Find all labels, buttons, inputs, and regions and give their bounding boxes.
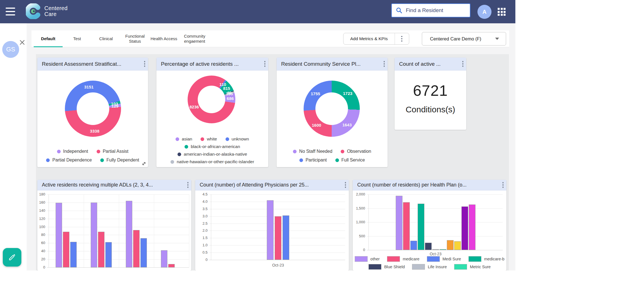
legend-swatch-icon (387, 256, 400, 262)
legend-swatch-icon (468, 256, 481, 262)
card-adls-chart: Active residents receiving multiple ADLs… (37, 180, 191, 270)
card-menu-kebab-icon[interactable] (345, 182, 346, 188)
donut-slice-label: 1643 (342, 122, 352, 127)
bar[interactable] (283, 215, 289, 260)
bar[interactable] (168, 264, 175, 267)
legend-item[interactable]: Full Service (335, 158, 365, 163)
bar[interactable] (396, 196, 402, 250)
tab-clinical[interactable]: Clinical (92, 30, 120, 47)
y-tick-label: 1,000 (353, 220, 365, 224)
resize-handle-icon[interactable] (142, 161, 146, 166)
tab-functional-status[interactable]: Functional Status (120, 30, 149, 47)
x-gridline (189, 194, 189, 267)
legend-label: Partial Assist (103, 149, 129, 154)
donut-chart[interactable]: 31511031293338 (65, 81, 121, 137)
donut-slice-label: 815 (223, 86, 230, 91)
y-tick-label: 4.0 (195, 199, 208, 204)
legend-dot-icon (46, 158, 50, 162)
legend-item[interactable]: Fully Dependent (100, 158, 139, 163)
bar[interactable] (70, 242, 77, 267)
tab-default[interactable]: Default (34, 30, 63, 47)
bar[interactable] (461, 206, 468, 250)
donut-chart[interactable]: 1723164316001755 (304, 81, 360, 137)
pencil-icon (8, 253, 16, 261)
legend-item[interactable]: unknown (226, 137, 249, 142)
bar[interactable] (267, 200, 274, 260)
chart-legend: IndependentPartial AssistPartial Depende… (37, 149, 148, 163)
legend-label: Full Service (342, 158, 365, 163)
y-gridline (47, 267, 189, 268)
bar[interactable] (91, 203, 97, 267)
legend-item[interactable]: Observation (341, 149, 371, 154)
edit-fab-button[interactable] (3, 248, 21, 267)
bar[interactable] (432, 249, 439, 250)
legend-item[interactable]: Metric Sure (454, 264, 491, 270)
legend-item[interactable]: black-or-african-american (185, 144, 240, 149)
top-nav: Centered Care A (0, 0, 515, 23)
legend-item[interactable]: Life Insure (412, 264, 447, 270)
dashboard-select[interactable]: Centered Care Demo (F) (422, 32, 506, 46)
bar[interactable] (140, 238, 147, 267)
card-menu-kebab-icon[interactable] (502, 182, 504, 188)
legend-swatch-icon (427, 256, 440, 262)
legend-item[interactable]: Partial Dependence (46, 158, 92, 163)
legend-label: Medi Sure (443, 257, 461, 261)
donut-slice-label: 1755 (311, 91, 320, 96)
donut-slice-label: 8236 (190, 104, 199, 109)
bar[interactable] (454, 241, 461, 250)
legend-label: white (207, 137, 217, 142)
bar[interactable] (425, 243, 432, 250)
card-header: Count (number) of Attending Physicians p… (195, 180, 349, 190)
add-metrics-button[interactable]: Add Metrics & KPIs (343, 33, 395, 44)
bar[interactable] (410, 241, 417, 250)
y-gridline (367, 208, 503, 209)
add-metrics-kebab-button[interactable] (395, 33, 409, 44)
y-gridline (47, 227, 189, 227)
legend-item[interactable]: asian (176, 137, 192, 142)
card-menu-kebab-icon[interactable] (264, 61, 266, 67)
bar[interactable] (447, 240, 454, 250)
y-tick-label: 0 (37, 265, 45, 269)
user-avatar[interactable]: A (477, 5, 491, 19)
legend-item[interactable]: Participant (299, 158, 327, 163)
bar[interactable] (469, 204, 475, 250)
legend-item[interactable]: No Staff Needed (293, 149, 332, 154)
legend-item[interactable]: medicare-b (468, 256, 505, 262)
card-menu-kebab-icon[interactable] (384, 61, 385, 67)
tab-community-engagement[interactable]: Community engaement (178, 30, 211, 47)
bar[interactable] (440, 249, 446, 250)
legend-item[interactable]: medicare (387, 256, 420, 262)
legend-dot-icon (299, 158, 303, 162)
user-chip[interactable]: GS (2, 41, 19, 58)
legend-item[interactable]: native-hawaiian-or-other-pacific-islande… (170, 159, 254, 164)
bar[interactable] (161, 250, 167, 267)
legend-item[interactable]: Partial Assist (97, 149, 129, 154)
bar[interactable] (133, 230, 140, 267)
tab-health-access[interactable]: Health Access (149, 30, 178, 47)
bar[interactable] (56, 203, 62, 267)
legend-item[interactable]: american-indian-or-alaska-native (178, 152, 247, 157)
legend-item[interactable]: white (201, 137, 217, 142)
donut-slice-label: 686 (227, 96, 234, 101)
legend-item[interactable]: Blue Shield (368, 264, 405, 270)
legend-item[interactable]: Medi Sure (427, 256, 461, 262)
legend-item[interactable]: Independent (57, 149, 88, 154)
hamburger-menu-icon[interactable] (6, 8, 15, 15)
card-menu-kebab-icon[interactable] (462, 61, 464, 67)
card-menu-kebab-icon[interactable] (187, 182, 189, 188)
bar[interactable] (418, 204, 424, 250)
card-title: Percentage of active residents ... (161, 61, 264, 67)
legend-item[interactable]: other (355, 256, 380, 262)
donut-chart[interactable]: 110815481056868236 (188, 76, 235, 123)
close-icon[interactable] (19, 39, 25, 46)
tab-test[interactable]: Test (63, 30, 92, 47)
bar[interactable] (105, 242, 112, 267)
card-menu-kebab-icon[interactable] (144, 61, 145, 67)
bar[interactable] (403, 202, 410, 250)
search-input[interactable] (405, 7, 470, 14)
bar[interactable] (126, 201, 132, 267)
apps-grid-icon[interactable] (498, 8, 506, 16)
bar[interactable] (63, 232, 69, 267)
bar[interactable] (275, 216, 281, 260)
bar[interactable] (98, 232, 104, 267)
